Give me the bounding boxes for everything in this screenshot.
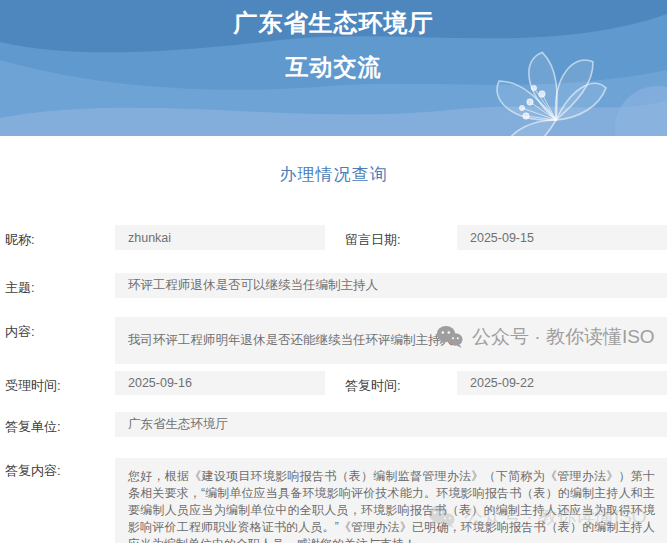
reply-content-label: 答复内容:: [5, 462, 61, 480]
nickname-field[interactable]: zhunkai: [115, 225, 325, 250]
content-label: 内容:: [5, 323, 35, 341]
reply-unit-field[interactable]: 广东省生态环境厅: [115, 412, 667, 437]
content-field[interactable]: 我司环评工程师明年退休是否还能继续当任环评编制主持人: [115, 317, 667, 364]
reply-content-field[interactable]: 您好，根据《建设项目环境影响报告书（表）编制监督管理办法》（下简称为《管理办法》…: [115, 458, 667, 543]
subject-field[interactable]: 环评工程师退休是否可以继续当任编制主持人: [115, 273, 667, 298]
message-date-label: 留言日期:: [345, 231, 401, 249]
nickname-label: 昵称:: [5, 231, 35, 249]
reply-time-field[interactable]: 2025-09-22: [457, 371, 667, 395]
page-root: 广东省生态环境厅 互动交流 办理情况查询 昵称: zhunkai 留言日期: 2…: [0, 0, 667, 543]
accept-time-field[interactable]: 2025-09-16: [115, 371, 325, 395]
site-title: 广东省生态环境厅: [0, 7, 667, 39]
banner: 广东省生态环境厅 互动交流: [0, 0, 667, 136]
site-subtitle: 互动交流: [0, 52, 667, 83]
page-title: 办理情况查询: [0, 163, 667, 186]
accept-time-label: 受理时间:: [5, 377, 61, 395]
reply-unit-label: 答复单位:: [5, 418, 61, 436]
reply-time-label: 答复时间:: [345, 377, 401, 395]
banner-titles: 广东省生态环境厅 互动交流: [0, 0, 667, 83]
message-date-field[interactable]: 2025-09-15: [457, 225, 667, 250]
subject-label: 主题:: [5, 279, 35, 297]
